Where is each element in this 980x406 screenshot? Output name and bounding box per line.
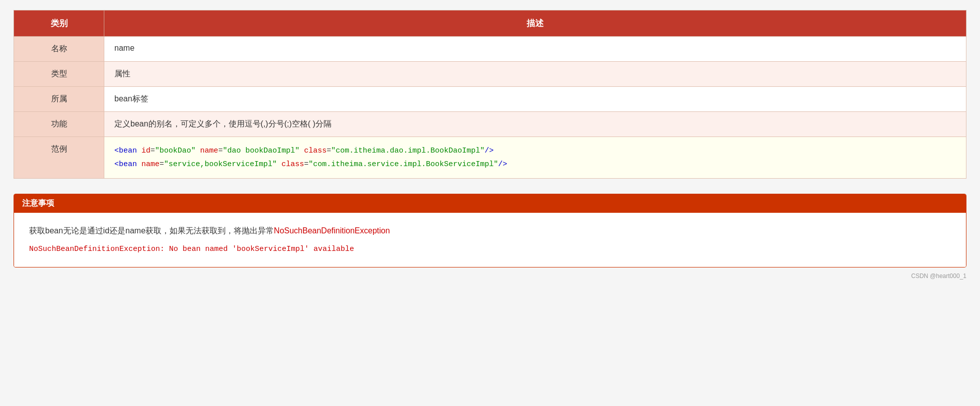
table-row: 类型 属性 (14, 62, 966, 87)
exception-name: NoSuchBeanDefinitionException (274, 226, 390, 235)
code-tag-bean: bean (119, 147, 137, 155)
code-attr-class-2: class (281, 160, 304, 169)
category-cell-name: 名称 (14, 37, 104, 62)
desc-cell-type: 属性 (104, 62, 966, 87)
category-cell-example: 范例 (14, 137, 104, 179)
note-text-main: 获取bean无论是通过id还是name获取，如果无法获取到，将抛出异常NoSuc… (29, 223, 951, 239)
desc-cell-function: 定义bean的别名，可定义多个，使用逗号(,)分号(;)空格( )分隔 (104, 112, 966, 137)
category-cell-belongs: 所属 (14, 87, 104, 112)
code-value-class2: "com.itheima.service.impl.BookServiceImp… (308, 160, 498, 169)
category-cell-type: 类型 (14, 62, 104, 87)
code-value-service: "service,bookServiceImpl" (164, 160, 277, 169)
code-slash-2: /> (498, 160, 507, 169)
note-header-label: 注意事项 (14, 194, 62, 213)
note-header-bar: 注意事项 (14, 194, 966, 213)
code-slash-1: /> (484, 147, 494, 155)
code-value-bookdao: "bookDao" (155, 147, 196, 155)
note-section: 注意事项 获取bean无论是通过id还是name获取，如果无法获取到，将抛出异常… (14, 194, 966, 267)
code-tag-bean-2: bean (119, 160, 137, 169)
table-row: 所属 bean标签 (14, 87, 966, 112)
code-attr-class: class (304, 147, 326, 155)
category-cell-function: 功能 (14, 112, 104, 137)
table-row-example: 范例 <bean id="bookDao" name="dao bookDaoI… (14, 137, 966, 179)
watermark: CSDN @heart000_1 (14, 273, 966, 280)
code-value-daobookdaoimpl: "dao bookDaoImpl" (223, 147, 299, 155)
code-line-1: <bean id="bookDao" name="dao bookDaoImpl… (114, 144, 956, 158)
code-line-2: <bean name="service,bookServiceImpl" cla… (114, 158, 956, 171)
table-row: 名称 name (14, 37, 966, 62)
note-code-line: NoSuchBeanDefinitionException: No bean n… (29, 242, 951, 257)
table-section: 类别 描述 名称 name 类型 (14, 10, 966, 179)
code-value-class1: "com.itheima.dao.impl.BookDaoImpl" (331, 147, 484, 155)
code-attr-id: id (141, 147, 150, 155)
table-header-description: 描述 (104, 11, 966, 37)
main-table: 类别 描述 名称 name 类型 (14, 10, 966, 179)
code-bracket-2: < (114, 160, 119, 169)
table-header-category: 类别 (14, 11, 104, 37)
desc-cell-belongs: bean标签 (104, 87, 966, 112)
code-bracket: < (114, 147, 119, 155)
code-attr-name-2: name (141, 160, 159, 169)
desc-cell-name: name (104, 37, 966, 62)
desc-cell-example: <bean id="bookDao" name="dao bookDaoImpl… (104, 137, 966, 179)
table-row: 功能 定义bean的别名，可定义多个，使用逗号(,)分号(;)空格( )分隔 (14, 112, 966, 137)
code-attr-name: name (200, 147, 218, 155)
page-container: 类别 描述 名称 name 类型 (14, 10, 966, 280)
note-body: 获取bean无论是通过id还是name获取，如果无法获取到，将抛出异常NoSuc… (14, 213, 966, 267)
